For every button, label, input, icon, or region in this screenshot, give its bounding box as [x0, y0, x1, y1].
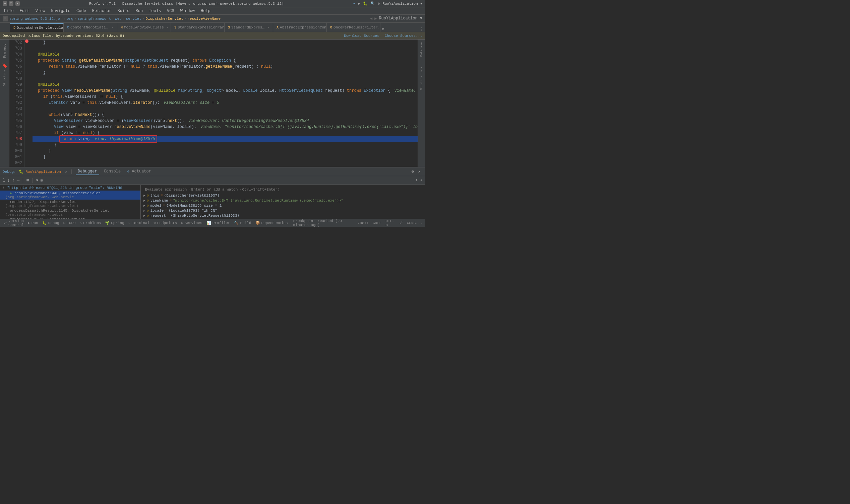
sidebar-project-icon[interactable]: Project: [1, 41, 8, 61]
tab-once-per-request-filter[interactable]: O OncePerRequestFilter.class ✕: [327, 23, 380, 32]
debug-panel-expand-icon[interactable]: ⬆: [416, 178, 418, 183]
more-tabs-button[interactable]: ▼: [382, 27, 384, 32]
settings-icon[interactable]: ⚙: [378, 1, 380, 6]
step-out-icon[interactable]: ↑: [12, 178, 14, 183]
breadcrumb-class[interactable]: DispatcherServlet: [145, 17, 183, 21]
menu-edit[interactable]: Edit: [17, 8, 32, 14]
step-over-icon[interactable]: ⤵: [3, 178, 5, 183]
nav-forward-icon[interactable]: ▶: [375, 16, 377, 21]
terminal-btn[interactable]: ▸ Terminal: [128, 221, 150, 225]
tab-close-content-negotiating[interactable]: ✕: [111, 25, 114, 30]
tab-dispatcher-servlet[interactable]: D DispatcherServlet.class ✕: [10, 23, 64, 32]
debug-panel-collapse-icon[interactable]: ⬇: [420, 178, 422, 183]
sidebar-database-label[interactable]: Database: [419, 41, 424, 58]
sidebar-bookmarks-icon[interactable]: 🔖: [1, 61, 8, 69]
menu-window[interactable]: Window: [178, 8, 197, 14]
settings-debug-icon[interactable]: ⚙: [410, 169, 416, 175]
cursor-position[interactable]: 798:1: [358, 221, 369, 225]
close-button[interactable]: ✕: [15, 1, 20, 6]
endpoints-btn[interactable]: ⊕ Endpoints: [154, 221, 177, 225]
search-icon[interactable]: 🔍: [370, 1, 375, 6]
run-icon[interactable]: ▶: [358, 1, 360, 6]
tab-close-model-and-view[interactable]: ✕: [167, 25, 169, 30]
menu-code[interactable]: Code: [74, 8, 89, 14]
menu-vcs[interactable]: VCS: [164, 8, 177, 14]
menu-build[interactable]: Build: [115, 8, 132, 14]
git-branch-icon: ⎇: [399, 221, 403, 225]
choose-sources-link[interactable]: Choose Sources...: [385, 34, 422, 38]
breadcrumb-springframework[interactable]: springframework: [77, 17, 110, 21]
services-btn[interactable]: ⊙ Services: [181, 221, 202, 225]
dependencies-btn[interactable]: 📦 Dependencies: [255, 221, 288, 225]
todo-icon: ☑: [63, 221, 66, 225]
eval-hint[interactable]: Evaluate expression (Enter) or add a wat…: [142, 186, 424, 193]
maximize-button[interactable]: □: [9, 1, 13, 6]
step-into-icon[interactable]: ↓: [7, 178, 10, 183]
run-btn[interactable]: ▶ Run: [28, 221, 38, 225]
build-btn[interactable]: 🔨 Build: [234, 221, 251, 225]
menu-tools[interactable]: Tools: [146, 8, 163, 14]
stack-frame-process-dispatch-result[interactable]: processDispatchResult:1145, DispatcherSe…: [0, 208, 140, 217]
debug-close-icon[interactable]: ✕: [65, 169, 67, 174]
version-control-btn[interactable]: ⎇ Version Control: [3, 219, 24, 227]
breadcrumb-servlet[interactable]: servlet: [126, 17, 141, 21]
minimize-button[interactable]: —: [3, 1, 7, 6]
breadcrumb-jar[interactable]: spring-webmvc-5.3.12.jar: [10, 17, 62, 21]
close-debug-icon[interactable]: ✕: [416, 169, 422, 175]
thread-filter-icon[interactable]: ▼ ⊞: [36, 178, 42, 182]
tab-icon-c: C: [67, 26, 69, 30]
debug-panel: Debug: 🐛 RuoYiApplication ✕ Debugger Con…: [0, 167, 425, 219]
debug-tab-console[interactable]: Console: [102, 168, 123, 175]
var-request[interactable]: ▶ ⊙ request = {ShiroHttpServletRequest@1…: [142, 213, 424, 218]
menu-file[interactable]: File: [1, 8, 16, 14]
run-app-btn[interactable]: RuoYiApplication ▼: [379, 16, 422, 21]
debug-title: Debug:: [3, 170, 16, 174]
debug-tab-debugger[interactable]: Debugger: [76, 168, 99, 175]
var-view-name[interactable]: ▶ ⊙ viewName = "monitor/cache/cache::${T…: [142, 198, 424, 203]
var-this[interactable]: ▶ ⊙ this = {DispatcherServlet@11937}: [142, 193, 424, 198]
todo-btn[interactable]: ☑ TODO: [63, 221, 76, 225]
tab-model-and-view[interactable]: M ModelAndView.class ✕: [117, 23, 171, 32]
nav-back-icon[interactable]: ◀: [370, 16, 372, 21]
spring-btn[interactable]: 🌱 Spring: [105, 221, 124, 225]
services-icon: ⊙: [181, 221, 183, 225]
run-to-cursor-icon[interactable]: →: [17, 178, 19, 183]
breadcrumb-org[interactable]: org: [67, 17, 73, 21]
profiler-btn[interactable]: 📊 Profiler: [206, 221, 230, 225]
window-title: RuoYi-v4.7.1 - DispatcherServlet.class […: [20, 2, 353, 6]
project-icon[interactable]: P: [3, 16, 8, 21]
tab-close-sepr[interactable]: ✕: [267, 25, 270, 30]
download-sources-link[interactable]: Download Sources: [344, 34, 379, 38]
encoding-label[interactable]: UTF-8: [385, 219, 394, 227]
line-separator[interactable]: CRLF: [373, 221, 381, 225]
tab-standard-expression-parser[interactable]: S StandardExpressionParser.class ✕: [171, 23, 225, 32]
tab-content-negotiating[interactable]: C ContentNegotiatingViewResolver.class ✕: [64, 23, 117, 32]
debug-status-btn[interactable]: 🐛 Debug: [42, 221, 59, 225]
stack-frame-render[interactable]: render:1377, DispatcherServlet (org.spri…: [0, 200, 140, 208]
tab-standard-expression-preprocessor[interactable]: S StandardExpressionPreprocessor.class ✕: [225, 23, 273, 32]
menu-view[interactable]: View: [33, 8, 48, 14]
code-editor[interactable]: } @Nullable protected String getDefaultV…: [30, 39, 418, 167]
var-model[interactable]: ▶ ⊙ model = {ModelMap@13815} size = 1: [142, 203, 424, 208]
debug-thread-label: ⬇ "http-nio-80-exec-9"@11,228 in group "…: [0, 185, 140, 191]
tab-abstract-expression-context[interactable]: A AbstractExpressionContext.class ✕: [273, 23, 327, 32]
var-model-icon: ⊙: [147, 203, 149, 208]
menu-help[interactable]: Help: [198, 8, 213, 14]
stack-frame-resolve-view-name[interactable]: ▶ resolveViewName:1443, DispatcherServle…: [0, 191, 140, 200]
var-view-name-icon: ⊙: [147, 198, 149, 203]
run-config-dropdown[interactable]: ▼: [353, 2, 355, 6]
split-editor-button[interactable]: ⋮: [420, 27, 424, 32]
debug-tab-actuator[interactable]: ⊙ Actuator: [125, 168, 153, 175]
breadcrumb-web[interactable]: web: [115, 17, 122, 21]
evaluate-icon[interactable]: ⊞: [27, 178, 29, 183]
menu-navigate[interactable]: Navigate: [48, 8, 73, 14]
menu-run[interactable]: Run: [133, 8, 145, 14]
var-locale[interactable]: ▷ ⊙ locale = {Locale@13793} "zh_CN": [142, 208, 424, 213]
debug-icon[interactable]: 🐛: [363, 1, 368, 6]
sidebar-structure-icon[interactable]: Structure: [1, 70, 8, 86]
problems-btn[interactable]: ⚠ Problems: [80, 221, 101, 225]
breadcrumb-method[interactable]: resolveViewName: [187, 17, 221, 21]
menu-refactor[interactable]: Refactor: [89, 8, 114, 14]
sidebar-notifications-label[interactable]: Notifications: [419, 65, 424, 91]
stack-frame-do-dispatch[interactable]: doDispatch:1084, DispatcherServlet (org.…: [0, 217, 140, 219]
